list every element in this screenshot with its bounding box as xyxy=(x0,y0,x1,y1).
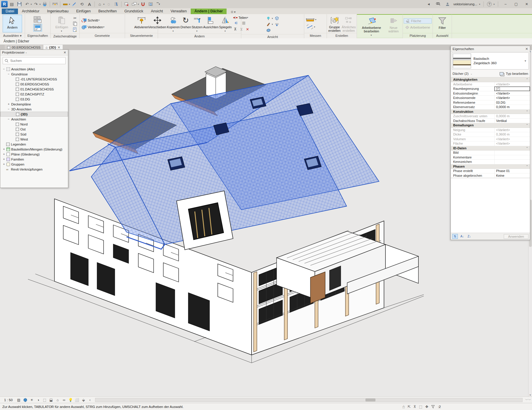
tree-item-ansichten-alle[interactable]: −Ansichten (Alle) xyxy=(0,67,68,72)
section-konstruktion[interactable]: Konstruktion⌃ xyxy=(451,110,530,114)
reveal-constraints-icon[interactable]: ⬜ xyxy=(74,397,80,403)
unlocked-view-icon[interactable]: ⌂ xyxy=(54,397,61,403)
search-icon[interactable] xyxy=(435,1,442,7)
redo-icon[interactable]: ↷ xyxy=(32,1,39,7)
panel-label-geometrie[interactable]: Geometrie xyxy=(80,33,125,38)
align-button[interactable]: Ausrichten xyxy=(203,15,219,33)
properties-titlebar[interactable]: Eigenschaften ✕ xyxy=(451,46,530,52)
prop-extrusionsbeginn[interactable]: Extrusionsbeginn<Variiert> xyxy=(451,91,530,96)
place-on-face-button[interactable]: Fläche xyxy=(404,18,432,24)
rotate-button[interactable]: ↻ Drehen xyxy=(180,15,191,33)
viewbar-collapse-icon[interactable]: ‹ xyxy=(87,397,93,403)
tag-icon[interactable]: ⟲ xyxy=(78,1,85,7)
properties-palette-icon[interactable] xyxy=(33,24,42,32)
panel-label-steuerelemente[interactable]: Steuerelemente xyxy=(125,33,158,38)
open-documents-icon[interactable]: ▤ xyxy=(8,1,15,7)
default-3d-view-icon[interactable]: ⌂ xyxy=(96,1,103,7)
tree-item-legenden[interactable]: Legenden xyxy=(0,142,68,147)
visual-style-icon[interactable] xyxy=(22,397,29,403)
tree-item-3d-ansichten[interactable]: −3D-Ansichten xyxy=(0,107,68,112)
prop-kommentare[interactable]: Kommentare xyxy=(451,155,530,160)
worksets-icon[interactable]: 🖰 xyxy=(403,405,405,409)
help-icon[interactable]: ? xyxy=(487,2,492,6)
tree-item-ansichten[interactable]: −Ansichten xyxy=(0,117,68,122)
tree-item-nord[interactable]: Nord xyxy=(0,122,68,127)
shadows-icon[interactable]: ◑ xyxy=(35,397,41,403)
temporary-hide-icon[interactable]: 💡 xyxy=(67,397,74,403)
close-hidden-windows-icon[interactable] xyxy=(123,1,130,7)
tab-datei[interactable]: Datei xyxy=(2,9,18,14)
join-geometry-button[interactable]: Verbinden▾ xyxy=(81,24,124,30)
prop-dicke[interactable]: Dicke0,3600 m xyxy=(451,132,530,137)
selection-filter-icon[interactable] xyxy=(431,405,435,409)
select-underlay-icon[interactable]: ⬚ xyxy=(419,405,422,409)
prop-kennzeichen[interactable]: Kennzeichen xyxy=(451,160,530,164)
user-icon[interactable] xyxy=(444,1,451,7)
cut-geometry-button[interactable]: Schnitt▾ xyxy=(81,18,124,23)
paint-icon[interactable] xyxy=(265,22,271,27)
panel-label-zwischenablage[interactable]: Zwischenablage xyxy=(51,34,79,38)
tree-item-03dg[interactable]: 03.DG xyxy=(0,97,68,102)
undo-icon[interactable]: ↶ xyxy=(24,1,31,7)
prop-raumbegrenzung[interactable]: Raumbegrenzung✔ xyxy=(451,87,530,91)
copy-to-clipboard-icon[interactable] xyxy=(72,21,78,27)
activate-controls-button[interactable]: Aktivieren xyxy=(132,15,151,32)
panel-label-ansicht[interactable]: Ansicht xyxy=(241,34,304,38)
tree-item-west[interactable]: West xyxy=(0,137,68,142)
override-graphics-icon[interactable] xyxy=(265,16,271,21)
paste-button[interactable]: Einfügen ▾ xyxy=(52,15,72,33)
home-dropdown-icon[interactable]: ▾ xyxy=(103,3,104,6)
tab-einfuegen[interactable]: Einfügen xyxy=(72,9,94,14)
copy-button[interactable]: Kopieren ▾ xyxy=(167,15,180,33)
edit-type-button[interactable]: Typ bearbeiten xyxy=(500,72,528,75)
save-icon[interactable] xyxy=(16,1,23,7)
tab-aendern-daecher[interactable]: Ändern | Dächer xyxy=(191,9,227,14)
section-abhaengigkeiten[interactable]: Abhängigkeiten⌃ xyxy=(451,77,530,82)
pan-arrows-icon[interactable]: ﹀﹀ xyxy=(524,398,532,402)
model-line-icon[interactable] xyxy=(71,1,78,7)
tree-item-bauteillisten[interactable]: +Bauteillisten/Mengen (Gliederung) xyxy=(0,147,68,152)
tab-architektur[interactable]: Architektur xyxy=(18,9,43,14)
snap-magnet-icon[interactable] xyxy=(139,1,147,7)
panel-label-messen[interactable]: Messen xyxy=(304,33,327,38)
tree-item-deckenplaene[interactable]: +Deckenpläne xyxy=(0,102,68,107)
tree-item-gruppen[interactable]: +Gruppen xyxy=(0,162,68,167)
undo-dropdown-icon[interactable]: ▾ xyxy=(31,3,32,6)
sun-path-icon[interactable]: ☀ xyxy=(29,397,35,403)
redo-dropdown-icon[interactable]: ▾ xyxy=(39,3,41,6)
panel-label-auswahl[interactable]: Auswahl xyxy=(433,33,452,38)
raumbegrenzung-checkbox[interactable]: ✔ xyxy=(496,87,500,90)
section-id-daten[interactable]: ID-Daten⌃ xyxy=(451,146,530,151)
horizontal-scrollbar[interactable] xyxy=(95,398,523,402)
prop-extrusionsende[interactable]: Extrusionsende<Variiert> xyxy=(451,96,530,100)
pick-new-work-plane-button[interactable]: Neue wählen xyxy=(386,15,402,37)
section-phasen[interactable]: Phasen⌃ xyxy=(451,164,530,169)
tree-item-3d-view[interactable]: {3D} xyxy=(0,112,68,117)
section-bemassungen[interactable]: Bemaßungen⌃ xyxy=(451,123,530,128)
prop-phase-abgebrochen[interactable]: Phase abgebrochenKeine xyxy=(451,173,530,178)
prop-dachabschluss[interactable]: Dachabschluss TraufeVertikal xyxy=(451,119,530,123)
crop-view-icon[interactable]: ⬚ xyxy=(41,397,48,403)
prop-flaeche[interactable]: Fläche<Variiert> xyxy=(451,141,530,146)
view-cube-icon[interactable] xyxy=(274,16,280,21)
properties-type-icon[interactable] xyxy=(33,16,42,23)
exclude-pinned-icon[interactable]: ⊼ xyxy=(413,405,416,409)
tree-item-grundrisse[interactable]: −Grundrisse xyxy=(0,72,68,77)
prop-bild[interactable]: Bild xyxy=(451,151,530,155)
prop-referenzebene[interactable]: Referenzebene03.DG xyxy=(451,100,530,105)
prop-arbeitsebene[interactable]: Arbeitsebene<Variiert> xyxy=(451,82,530,87)
panel-label-platzierung[interactable]: Platzierung xyxy=(403,33,433,38)
section-icon[interactable]: ◌ xyxy=(105,1,112,7)
sort-ascending-icon[interactable]: A↓ xyxy=(459,234,465,239)
transfer-standards-icon[interactable] xyxy=(147,1,154,7)
switch-windows-dropdown-icon[interactable]: ▾ xyxy=(138,3,139,6)
prop-neigung[interactable]: Neigung<Variiert> xyxy=(451,128,530,133)
close-view-tab-icon[interactable]: ✕ xyxy=(57,45,60,49)
panel-label-eigenschaften[interactable]: Eigenschaften xyxy=(25,33,50,38)
close-button[interactable]: ✕ xyxy=(523,1,531,7)
project-browser-close-icon[interactable]: ✕ xyxy=(64,51,66,54)
cut-icon[interactable]: ✂ xyxy=(72,16,78,21)
detail-level-icon[interactable]: ▨ xyxy=(16,397,22,403)
element-selector[interactable]: Dächer (2) xyxy=(453,72,468,75)
mirror-button[interactable]: Spiegeln ▾ xyxy=(219,15,232,33)
